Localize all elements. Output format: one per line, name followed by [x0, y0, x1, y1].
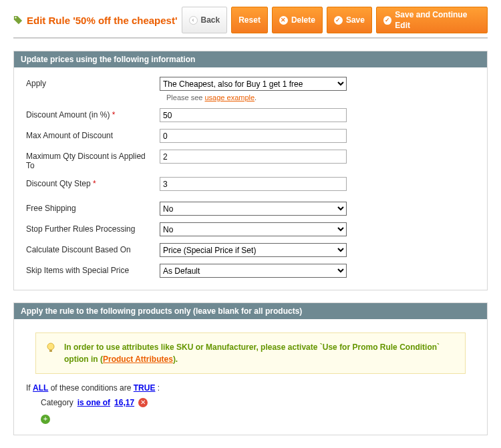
cond-mid: of these conditions are: [48, 383, 133, 393]
delete-button[interactable]: ✕ Delete: [272, 7, 323, 33]
svg-rect-2: [49, 350, 52, 352]
stop-rules-label: Stop Further Rules Processing: [26, 222, 160, 234]
update-prices-panel-title: Update prices using the following inform…: [14, 51, 487, 67]
save-continue-check-icon: ✓: [383, 16, 391, 25]
free-shipping-select[interactable]: No: [160, 202, 347, 216]
save-continue-button[interactable]: ✓ Save and Continue Edit: [376, 7, 488, 33]
qty-step-label-text: Discount Qty Step: [26, 179, 91, 188]
product-attributes-link[interactable]: Product Attributes: [103, 355, 173, 364]
conditions-panel-title: Apply the rule to the following products…: [14, 303, 487, 319]
condition-value-input-link[interactable]: 16,17: [114, 398, 134, 407]
attribute-note-text: In order to use attributes like SKU or M…: [64, 341, 456, 365]
calc-based-select[interactable]: Price (Special Price if Set): [160, 243, 347, 257]
skip-special-select[interactable]: As Default: [160, 264, 347, 278]
qty-step-input[interactable]: [160, 177, 347, 191]
back-button-label: Back: [201, 15, 220, 25]
update-prices-panel: Update prices using the following inform…: [13, 51, 488, 290]
condition-header-line: If ALL of these conditions are TRUE :: [26, 383, 475, 393]
cond-end: :: [155, 383, 160, 393]
free-shipping-label: Free Shipping: [26, 202, 160, 213]
lightbulb-icon: [45, 343, 56, 353]
save-continue-button-label: Save and Continue Edit: [395, 9, 480, 31]
discount-amount-label-text: Discount Amount (in %): [26, 110, 110, 120]
back-button[interactable]: ‹ Back: [182, 7, 228, 33]
apply-hint-post: .: [255, 93, 257, 101]
condition-row: Category is one of 16,17 ✕: [26, 398, 475, 407]
save-button-label: Save: [346, 15, 365, 25]
max-amount-input[interactable]: [160, 129, 347, 143]
svg-point-1: [47, 343, 54, 350]
stop-rules-select[interactable]: No: [160, 222, 347, 236]
delete-button-label: Delete: [291, 15, 315, 25]
tag-icon: [13, 15, 23, 25]
skip-special-label: Skip Items with Special Price: [26, 264, 160, 275]
svg-point-0: [15, 17, 16, 18]
qty-step-label: Discount Qty Step *: [26, 177, 160, 188]
back-arrow-icon: ‹: [189, 16, 198, 25]
max-amount-label: Max Amount of Discount: [26, 129, 160, 140]
remove-condition-icon[interactable]: ✕: [138, 398, 148, 407]
reset-button[interactable]: Reset: [231, 7, 268, 33]
max-qty-label: Maximum Qty Discount is Applied To: [26, 150, 160, 170]
apply-hint-pre: Please see: [166, 93, 204, 101]
required-asterisk: *: [93, 179, 96, 188]
apply-label: Apply: [26, 77, 160, 88]
apply-select[interactable]: The Cheapest, also for Buy 1 get 1 free: [160, 77, 347, 91]
page-title: Edit Rule '50% off the cheapest': [13, 15, 178, 26]
save-button[interactable]: ✓ Save: [327, 7, 372, 33]
reset-button-label: Reset: [238, 15, 261, 25]
page-title-text: Edit Rule '50% off the cheapest': [27, 15, 178, 26]
condition-aggregator-link[interactable]: ALL: [33, 383, 48, 393]
condition-operator-link[interactable]: is one of: [77, 398, 110, 407]
max-qty-input[interactable]: [160, 150, 347, 164]
add-condition-icon[interactable]: +: [41, 415, 50, 424]
conditions-panel: Apply the rule to the following products…: [13, 302, 488, 435]
apply-hint: Please see usage example.: [166, 93, 347, 101]
discount-amount-label: Discount Amount (in %) *: [26, 108, 160, 120]
usage-example-link[interactable]: usage example: [204, 93, 255, 101]
header-divider: [13, 37, 488, 39]
calc-based-label: Calculate Discount Based On: [26, 243, 160, 254]
cond-if: If: [26, 383, 33, 393]
save-check-icon: ✓: [334, 16, 343, 25]
condition-attribute: Category: [41, 398, 73, 407]
delete-x-icon: ✕: [279, 16, 288, 25]
discount-amount-input[interactable]: [160, 108, 347, 122]
note-post: ).: [173, 355, 178, 364]
condition-value-link[interactable]: TRUE: [134, 383, 156, 393]
attribute-note: In order to use attributes like SKU or M…: [35, 332, 466, 374]
required-asterisk: *: [112, 110, 116, 120]
